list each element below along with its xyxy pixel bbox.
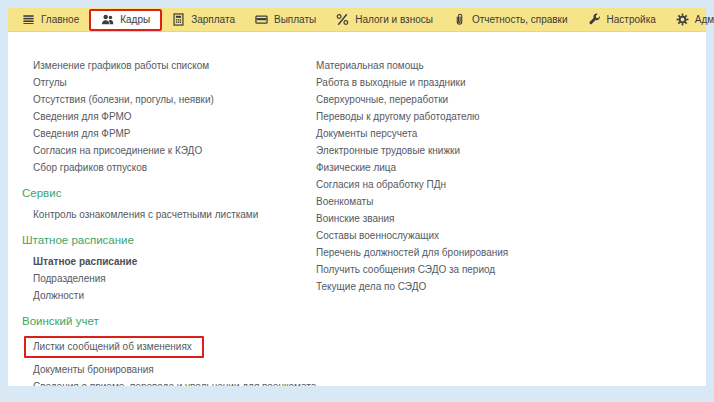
gear-icon — [676, 13, 689, 26]
menu-item[interactable]: Сверхурочные, переработки — [316, 91, 706, 108]
tab-otchetnost-spravki[interactable]: Отчетность, справки — [443, 10, 578, 30]
menu-item[interactable]: Переводы к другому работодателю — [316, 108, 706, 125]
report-icon — [453, 13, 466, 26]
menu-item[interactable]: Согласия на обработку ПДн — [316, 176, 706, 193]
menu-item[interactable]: Текущие дела по СЭДО — [316, 278, 706, 295]
kadry-section-menu: Изменение графиков работы спискомОтгулыО… — [8, 32, 706, 386]
tab-label: Кадры — [120, 14, 150, 25]
menu-item[interactable]: Отсутствия (болезни, прогулы, неявки) — [22, 91, 316, 108]
tab-vyplaty[interactable]: Выплаты — [245, 10, 326, 30]
tab-label: Главное — [41, 14, 79, 25]
menu-item[interactable]: Согласия на присоединение к КЭДО — [22, 142, 316, 159]
menu-group: Воинский учетЛистки сообщений об изменен… — [22, 313, 316, 386]
menu-group: Материальная помощьРабота в выходные и п… — [316, 57, 706, 295]
people-icon — [101, 13, 114, 26]
menu-item[interactable]: Изменение графиков работы списком — [22, 57, 316, 74]
menu-column-left: Изменение графиков работы спискомОтгулыО… — [22, 57, 316, 386]
menu-item[interactable]: Контроль ознакомления с расчетными листк… — [22, 206, 316, 223]
tab-label: Администрирование — [695, 14, 714, 25]
tab-zarplata[interactable]: Зарплата — [162, 10, 245, 30]
menu-item[interactable]: Должности — [22, 287, 316, 304]
menu-item[interactable]: Отгулы — [22, 74, 316, 91]
section-tabs-bar: ГлавноеКадрыЗарплатаВыплатыНалоги и взно… — [8, 8, 706, 32]
menu-item[interactable]: Документы персучета — [316, 125, 706, 142]
tab-label: Зарплата — [191, 14, 235, 25]
menu-item[interactable]: Документы бронирования — [22, 361, 316, 378]
menu-item[interactable]: Сведения для ФРМР — [22, 125, 316, 142]
tab-nastroyka[interactable]: Настройка — [578, 10, 666, 30]
menu-item[interactable]: Физические лица — [316, 159, 706, 176]
tab-administrirovanie[interactable]: Администрирование — [666, 10, 714, 30]
menu-item[interactable]: Перечень должностей для бронирования — [316, 244, 706, 261]
tab-label: Налоги и взносы — [355, 14, 433, 25]
menu-group-header: Штатное расписание — [22, 232, 316, 248]
menu-item[interactable]: Электронные трудовые книжки — [316, 142, 706, 159]
menu-item[interactable]: Получить сообщения СЭДО за период — [316, 261, 706, 278]
menu-item[interactable]: Штатное расписание — [22, 253, 316, 270]
menu-item[interactable]: Сведения о приеме, переводе и увольнении… — [22, 378, 316, 386]
menu-item[interactable]: Воинские звания — [316, 210, 706, 227]
menu-group: Изменение графиков работы спискомОтгулыО… — [22, 57, 316, 176]
menu-item[interactable]: Работа в выходные и праздники — [316, 74, 706, 91]
menu-group-header: Воинский учет — [22, 313, 316, 329]
tab-nalogi-i-vznosy[interactable]: Налоги и взносы — [326, 10, 443, 30]
menu-group: Штатное расписаниеШтатное расписаниеПодр… — [22, 232, 316, 304]
menu-item[interactable]: Военкоматы — [316, 193, 706, 210]
wallet-icon — [255, 13, 268, 26]
tab-glavnoe[interactable]: Главное — [12, 10, 89, 30]
menu-item[interactable]: Материальная помощь — [316, 57, 706, 74]
tab-label: Отчетность, справки — [472, 14, 568, 25]
tab-label: Выплаты — [274, 14, 316, 25]
tab-label: Настройка — [607, 14, 656, 25]
menu-item[interactable]: Подразделения — [22, 270, 316, 287]
tab-kadry[interactable]: Кадры — [89, 9, 162, 31]
app-window: ГлавноеКадрыЗарплатаВыплатыНалоги и взно… — [8, 8, 706, 386]
menu-group-header: Сервис — [22, 185, 316, 201]
wrench-icon — [588, 13, 601, 26]
menu-column-right: Материальная помощьРабота в выходные и п… — [316, 57, 706, 386]
menu-group: СервисКонтроль ознакомления с расчетными… — [22, 185, 316, 223]
menu-item[interactable]: Листки сообщений об изменениях — [24, 336, 204, 358]
percent-icon — [336, 13, 349, 26]
menu-item[interactable]: Составы военнослужащих — [316, 227, 706, 244]
menu-item[interactable]: Сведения для ФРМО — [22, 108, 316, 125]
menu-icon — [22, 13, 35, 26]
menu-item[interactable]: Сбор графиков отпусков — [22, 159, 316, 176]
calculator-icon — [172, 13, 185, 26]
